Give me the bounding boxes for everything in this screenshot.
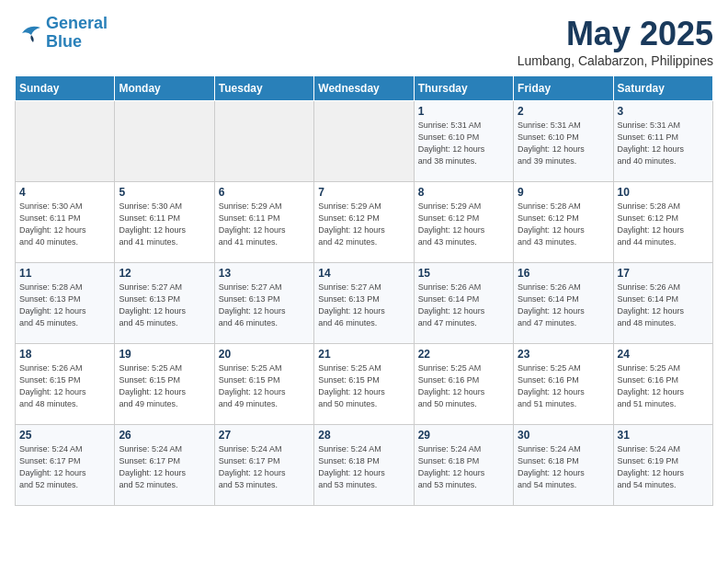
title-block: May 2025 Lumbang, Calabarzon, Philippine… xyxy=(518,15,713,68)
calendar-cell: 2Sunrise: 5:31 AM Sunset: 6:10 PM Daylig… xyxy=(514,101,613,182)
calendar-cell: 1Sunrise: 5:31 AM Sunset: 6:10 PM Daylig… xyxy=(414,101,513,182)
logo-text-line2: Blue xyxy=(46,33,108,52)
calendar-title: May 2025 xyxy=(518,15,713,53)
calendar-cell: 15Sunrise: 5:26 AM Sunset: 6:14 PM Dayli… xyxy=(414,263,513,344)
calendar-cell: 25Sunrise: 5:24 AM Sunset: 6:17 PM Dayli… xyxy=(16,425,115,506)
calendar-header-row: SundayMondayTuesdayWednesdayThursdayFrid… xyxy=(16,76,713,101)
day-info: Sunrise: 5:30 AM Sunset: 6:11 PM Dayligh… xyxy=(119,201,210,248)
day-number: 23 xyxy=(518,348,609,361)
calendar-week-1: 1Sunrise: 5:31 AM Sunset: 6:10 PM Daylig… xyxy=(16,101,713,182)
logo: General Blue xyxy=(15,15,108,52)
day-info: Sunrise: 5:26 AM Sunset: 6:14 PM Dayligh… xyxy=(618,282,709,329)
calendar-cell: 12Sunrise: 5:27 AM Sunset: 6:13 PM Dayli… xyxy=(115,263,214,344)
day-number: 21 xyxy=(318,348,409,361)
calendar-cell: 29Sunrise: 5:24 AM Sunset: 6:18 PM Dayli… xyxy=(414,425,513,506)
day-info: Sunrise: 5:27 AM Sunset: 6:13 PM Dayligh… xyxy=(119,282,210,329)
day-info: Sunrise: 5:30 AM Sunset: 6:11 PM Dayligh… xyxy=(19,201,110,248)
calendar-cell: 9Sunrise: 5:28 AM Sunset: 6:12 PM Daylig… xyxy=(514,182,613,263)
day-number: 24 xyxy=(618,348,709,361)
calendar-cell: 20Sunrise: 5:25 AM Sunset: 6:15 PM Dayli… xyxy=(214,344,313,425)
day-info: Sunrise: 5:25 AM Sunset: 6:16 PM Dayligh… xyxy=(418,362,509,410)
day-info: Sunrise: 5:25 AM Sunset: 6:15 PM Dayligh… xyxy=(119,362,210,410)
day-number: 20 xyxy=(219,348,310,361)
day-info: Sunrise: 5:24 AM Sunset: 6:17 PM Dayligh… xyxy=(119,443,210,491)
calendar-cell: 3Sunrise: 5:31 AM Sunset: 6:11 PM Daylig… xyxy=(613,101,712,182)
calendar-body: 1Sunrise: 5:31 AM Sunset: 6:10 PM Daylig… xyxy=(16,101,713,506)
day-info: Sunrise: 5:25 AM Sunset: 6:16 PM Dayligh… xyxy=(618,362,709,410)
calendar-cell: 13Sunrise: 5:27 AM Sunset: 6:13 PM Dayli… xyxy=(214,263,313,344)
day-number: 16 xyxy=(518,267,609,280)
calendar-cell xyxy=(214,101,313,182)
day-number: 30 xyxy=(518,429,609,442)
day-info: Sunrise: 5:24 AM Sunset: 6:17 PM Dayligh… xyxy=(219,443,310,491)
day-number: 7 xyxy=(318,186,409,199)
day-number: 29 xyxy=(418,429,509,442)
day-info: Sunrise: 5:31 AM Sunset: 6:10 PM Dayligh… xyxy=(518,120,609,167)
day-number: 5 xyxy=(119,186,210,199)
day-info: Sunrise: 5:25 AM Sunset: 6:15 PM Dayligh… xyxy=(318,362,409,410)
calendar-week-3: 11Sunrise: 5:28 AM Sunset: 6:13 PM Dayli… xyxy=(16,263,713,344)
day-number: 17 xyxy=(618,267,709,280)
calendar-cell: 11Sunrise: 5:28 AM Sunset: 6:13 PM Dayli… xyxy=(16,263,115,344)
day-number: 26 xyxy=(119,429,210,442)
calendar-cell xyxy=(16,101,115,182)
day-info: Sunrise: 5:26 AM Sunset: 6:14 PM Dayligh… xyxy=(518,282,609,329)
logo-text-line1: General xyxy=(46,15,108,33)
day-info: Sunrise: 5:24 AM Sunset: 6:18 PM Dayligh… xyxy=(518,443,609,491)
calendar-cell: 14Sunrise: 5:27 AM Sunset: 6:13 PM Dayli… xyxy=(314,263,414,344)
day-number: 11 xyxy=(19,267,110,280)
day-number: 8 xyxy=(418,186,509,199)
day-number: 4 xyxy=(19,186,110,199)
day-number: 2 xyxy=(518,105,609,118)
calendar-cell: 6Sunrise: 5:29 AM Sunset: 6:11 PM Daylig… xyxy=(214,182,313,263)
logo-icon xyxy=(15,22,42,44)
day-info: Sunrise: 5:25 AM Sunset: 6:16 PM Dayligh… xyxy=(518,362,609,410)
calendar-cell: 28Sunrise: 5:24 AM Sunset: 6:18 PM Dayli… xyxy=(314,425,414,506)
calendar-table: SundayMondayTuesdayWednesdayThursdayFrid… xyxy=(15,75,713,506)
calendar-cell xyxy=(115,101,214,182)
day-number: 27 xyxy=(219,429,310,442)
day-info: Sunrise: 5:24 AM Sunset: 6:17 PM Dayligh… xyxy=(19,443,110,491)
day-header-monday: Monday xyxy=(115,76,214,101)
day-header-sunday: Sunday xyxy=(16,76,115,101)
day-number: 15 xyxy=(418,267,509,280)
calendar-cell: 8Sunrise: 5:29 AM Sunset: 6:12 PM Daylig… xyxy=(414,182,513,263)
day-info: Sunrise: 5:28 AM Sunset: 6:13 PM Dayligh… xyxy=(19,282,110,329)
calendar-cell: 4Sunrise: 5:30 AM Sunset: 6:11 PM Daylig… xyxy=(16,182,115,263)
day-header-wednesday: Wednesday xyxy=(314,76,414,101)
calendar-week-5: 25Sunrise: 5:24 AM Sunset: 6:17 PM Dayli… xyxy=(16,425,713,506)
calendar-cell: 7Sunrise: 5:29 AM Sunset: 6:12 PM Daylig… xyxy=(314,182,414,263)
day-number: 19 xyxy=(119,348,210,361)
day-info: Sunrise: 5:25 AM Sunset: 6:15 PM Dayligh… xyxy=(219,362,310,410)
day-info: Sunrise: 5:28 AM Sunset: 6:12 PM Dayligh… xyxy=(618,201,709,248)
day-number: 9 xyxy=(518,186,609,199)
day-number: 28 xyxy=(318,429,409,442)
calendar-cell: 22Sunrise: 5:25 AM Sunset: 6:16 PM Dayli… xyxy=(414,344,513,425)
calendar-cell: 21Sunrise: 5:25 AM Sunset: 6:15 PM Dayli… xyxy=(314,344,414,425)
day-info: Sunrise: 5:29 AM Sunset: 6:12 PM Dayligh… xyxy=(418,201,509,248)
calendar-cell: 17Sunrise: 5:26 AM Sunset: 6:14 PM Dayli… xyxy=(613,263,712,344)
day-number: 1 xyxy=(418,105,509,118)
calendar-cell: 18Sunrise: 5:26 AM Sunset: 6:15 PM Dayli… xyxy=(16,344,115,425)
calendar-cell: 26Sunrise: 5:24 AM Sunset: 6:17 PM Dayli… xyxy=(115,425,214,506)
day-info: Sunrise: 5:29 AM Sunset: 6:12 PM Dayligh… xyxy=(318,201,409,248)
day-info: Sunrise: 5:27 AM Sunset: 6:13 PM Dayligh… xyxy=(219,282,310,329)
day-header-thursday: Thursday xyxy=(414,76,513,101)
calendar-cell: 16Sunrise: 5:26 AM Sunset: 6:14 PM Dayli… xyxy=(514,263,613,344)
day-header-friday: Friday xyxy=(514,76,613,101)
day-info: Sunrise: 5:26 AM Sunset: 6:15 PM Dayligh… xyxy=(19,362,110,410)
day-number: 13 xyxy=(219,267,310,280)
day-number: 12 xyxy=(119,267,210,280)
calendar-cell: 10Sunrise: 5:28 AM Sunset: 6:12 PM Dayli… xyxy=(613,182,712,263)
day-number: 25 xyxy=(19,429,110,442)
calendar-cell: 19Sunrise: 5:25 AM Sunset: 6:15 PM Dayli… xyxy=(115,344,214,425)
day-number: 31 xyxy=(618,429,709,442)
day-number: 14 xyxy=(318,267,409,280)
calendar-cell: 31Sunrise: 5:24 AM Sunset: 6:19 PM Dayli… xyxy=(613,425,712,506)
day-number: 18 xyxy=(19,348,110,361)
calendar-subtitle: Lumbang, Calabarzon, Philippines xyxy=(518,53,713,68)
calendar-cell: 23Sunrise: 5:25 AM Sunset: 6:16 PM Dayli… xyxy=(514,344,613,425)
day-header-saturday: Saturday xyxy=(613,76,712,101)
calendar-week-2: 4Sunrise: 5:30 AM Sunset: 6:11 PM Daylig… xyxy=(16,182,713,263)
day-info: Sunrise: 5:24 AM Sunset: 6:18 PM Dayligh… xyxy=(418,443,509,491)
